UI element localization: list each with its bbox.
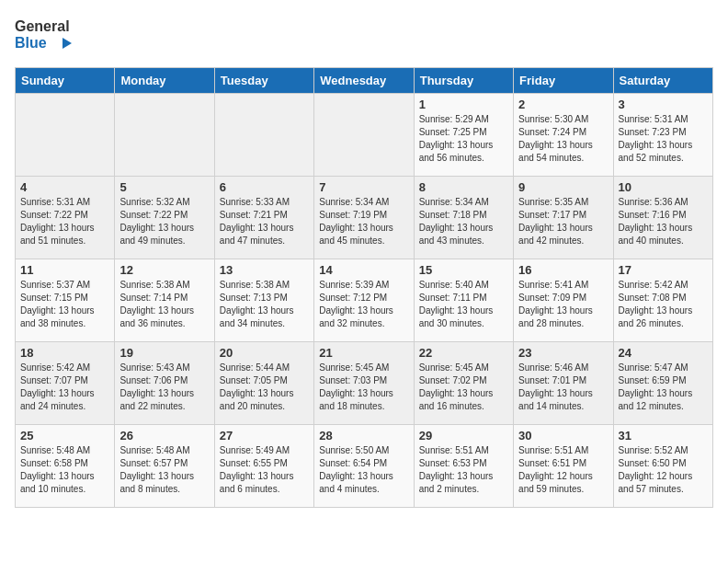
svg-marker-2 [63,38,72,49]
calendar-cell: 22Sunrise: 5:45 AM Sunset: 7:02 PM Dayli… [414,342,513,425]
weekday-header-saturday: Saturday [613,68,712,94]
day-info: Sunrise: 5:46 AM Sunset: 7:01 PM Dayligh… [518,362,608,413]
day-number: 19 [119,346,209,360]
calendar-week-4: 18Sunrise: 5:42 AM Sunset: 7:07 PM Dayli… [16,342,713,425]
day-info: Sunrise: 5:36 AM Sunset: 7:16 PM Dayligh… [619,196,708,247]
day-number: 1 [419,98,508,111]
day-info: Sunrise: 5:52 AM Sunset: 6:50 PM Dayligh… [619,444,708,496]
day-number: 14 [319,263,408,277]
calendar-week-1: 1Sunrise: 5:29 AM Sunset: 7:25 PM Daylig… [16,94,713,177]
day-number: 5 [119,180,209,194]
calendar-cell: 3Sunrise: 5:31 AM Sunset: 7:23 PM Daylig… [613,94,712,177]
day-info: Sunrise: 5:50 AM Sunset: 6:54 PM Dayligh… [319,444,408,496]
weekday-header-row: SundayMondayTuesdayWednesdayThursdayFrid… [16,68,713,94]
weekday-header-tuesday: Tuesday [214,68,313,94]
day-info: Sunrise: 5:34 AM Sunset: 7:18 PM Dayligh… [419,196,508,247]
day-number: 23 [518,346,608,360]
day-number: 8 [419,180,508,194]
calendar-cell [16,94,115,177]
calendar-cell: 4Sunrise: 5:31 AM Sunset: 7:22 PM Daylig… [16,177,115,259]
calendar-cell: 13Sunrise: 5:38 AM Sunset: 7:13 PM Dayli… [214,259,313,342]
day-info: Sunrise: 5:51 AM Sunset: 6:51 PM Dayligh… [518,444,608,496]
calendar-cell: 11Sunrise: 5:37 AM Sunset: 7:15 PM Dayli… [16,259,115,342]
calendar-cell [115,94,214,177]
day-number: 13 [220,263,309,277]
calendar-week-2: 4Sunrise: 5:31 AM Sunset: 7:22 PM Daylig… [16,177,713,259]
day-info: Sunrise: 5:48 AM Sunset: 6:57 PM Dayligh… [119,444,209,496]
day-info: Sunrise: 5:35 AM Sunset: 7:17 PM Dayligh… [518,196,608,247]
day-info: Sunrise: 5:33 AM Sunset: 7:21 PM Dayligh… [220,196,309,247]
day-info: Sunrise: 5:43 AM Sunset: 7:06 PM Dayligh… [119,362,209,413]
weekday-header-sunday: Sunday [16,68,115,94]
calendar-cell: 24Sunrise: 5:47 AM Sunset: 6:59 PM Dayli… [613,342,712,425]
day-number: 26 [119,429,209,442]
day-info: Sunrise: 5:32 AM Sunset: 7:22 PM Dayligh… [119,196,209,247]
day-info: Sunrise: 5:39 AM Sunset: 7:12 PM Dayligh… [319,279,408,330]
day-info: Sunrise: 5:47 AM Sunset: 6:59 PM Dayligh… [619,362,708,413]
calendar-cell [314,94,414,177]
calendar-cell: 1Sunrise: 5:29 AM Sunset: 7:25 PM Daylig… [414,94,513,177]
day-info: Sunrise: 5:34 AM Sunset: 7:19 PM Dayligh… [319,196,408,247]
day-info: Sunrise: 5:29 AM Sunset: 7:25 PM Dayligh… [419,113,508,165]
day-info: Sunrise: 5:30 AM Sunset: 7:24 PM Dayligh… [518,113,608,165]
calendar-cell: 14Sunrise: 5:39 AM Sunset: 7:12 PM Dayli… [314,259,414,342]
logo: GeneralBlue [15,15,79,56]
day-number: 31 [619,429,708,442]
day-number: 25 [20,429,109,442]
calendar-cell: 20Sunrise: 5:44 AM Sunset: 7:05 PM Dayli… [214,342,313,425]
svg-text:General: General [15,18,70,34]
svg-text:Blue: Blue [15,35,47,51]
day-info: Sunrise: 5:45 AM Sunset: 7:02 PM Dayligh… [419,362,508,413]
day-info: Sunrise: 5:48 AM Sunset: 6:58 PM Dayligh… [20,444,109,496]
calendar-cell: 9Sunrise: 5:35 AM Sunset: 7:17 PM Daylig… [514,177,613,259]
day-info: Sunrise: 5:38 AM Sunset: 7:13 PM Dayligh… [220,279,309,330]
day-info: Sunrise: 5:31 AM Sunset: 7:23 PM Dayligh… [619,113,708,165]
day-info: Sunrise: 5:31 AM Sunset: 7:22 PM Dayligh… [20,196,109,247]
day-number: 10 [619,180,708,194]
calendar-table: SundayMondayTuesdayWednesdayThursdayFrid… [15,67,713,508]
weekday-header-monday: Monday [115,68,214,94]
calendar-cell: 30Sunrise: 5:51 AM Sunset: 6:51 PM Dayli… [514,425,613,508]
day-info: Sunrise: 5:44 AM Sunset: 7:05 PM Dayligh… [220,362,309,413]
calendar-cell: 25Sunrise: 5:48 AM Sunset: 6:58 PM Dayli… [16,425,115,508]
calendar-week-3: 11Sunrise: 5:37 AM Sunset: 7:15 PM Dayli… [16,259,713,342]
calendar-cell: 10Sunrise: 5:36 AM Sunset: 7:16 PM Dayli… [613,177,712,259]
day-number: 20 [220,346,309,360]
calendar-cell: 7Sunrise: 5:34 AM Sunset: 7:19 PM Daylig… [314,177,414,259]
day-number: 28 [319,429,408,442]
calendar-cell: 5Sunrise: 5:32 AM Sunset: 7:22 PM Daylig… [115,177,214,259]
day-info: Sunrise: 5:41 AM Sunset: 7:09 PM Dayligh… [518,279,608,330]
calendar-cell: 26Sunrise: 5:48 AM Sunset: 6:57 PM Dayli… [115,425,214,508]
day-info: Sunrise: 5:38 AM Sunset: 7:14 PM Dayligh… [119,279,209,330]
calendar-cell: 16Sunrise: 5:41 AM Sunset: 7:09 PM Dayli… [514,259,613,342]
calendar-cell: 23Sunrise: 5:46 AM Sunset: 7:01 PM Dayli… [514,342,613,425]
calendar-cell: 17Sunrise: 5:42 AM Sunset: 7:08 PM Dayli… [613,259,712,342]
weekday-header-wednesday: Wednesday [314,68,414,94]
day-number: 29 [419,429,508,442]
calendar-cell: 8Sunrise: 5:34 AM Sunset: 7:18 PM Daylig… [414,177,513,259]
calendar-week-5: 25Sunrise: 5:48 AM Sunset: 6:58 PM Dayli… [16,425,713,508]
calendar-cell: 28Sunrise: 5:50 AM Sunset: 6:54 PM Dayli… [314,425,414,508]
day-info: Sunrise: 5:42 AM Sunset: 7:07 PM Dayligh… [20,362,109,413]
day-number: 30 [518,429,608,442]
day-number: 2 [518,98,608,111]
day-number: 3 [619,98,708,111]
page-header: GeneralBlue [15,15,713,56]
calendar-cell: 31Sunrise: 5:52 AM Sunset: 6:50 PM Dayli… [613,425,712,508]
calendar-cell: 2Sunrise: 5:30 AM Sunset: 7:24 PM Daylig… [514,94,613,177]
day-number: 7 [319,180,408,194]
day-info: Sunrise: 5:37 AM Sunset: 7:15 PM Dayligh… [20,279,109,330]
calendar-cell: 27Sunrise: 5:49 AM Sunset: 6:55 PM Dayli… [214,425,313,508]
logo-svg: GeneralBlue [15,15,79,56]
day-info: Sunrise: 5:40 AM Sunset: 7:11 PM Dayligh… [419,279,508,330]
weekday-header-friday: Friday [514,68,613,94]
weekday-header-thursday: Thursday [414,68,513,94]
day-info: Sunrise: 5:45 AM Sunset: 7:03 PM Dayligh… [319,362,408,413]
calendar-cell: 15Sunrise: 5:40 AM Sunset: 7:11 PM Dayli… [414,259,513,342]
day-info: Sunrise: 5:49 AM Sunset: 6:55 PM Dayligh… [220,444,309,496]
calendar-cell: 21Sunrise: 5:45 AM Sunset: 7:03 PM Dayli… [314,342,414,425]
day-number: 24 [619,346,708,360]
calendar-cell [214,94,313,177]
day-number: 11 [20,263,109,277]
calendar-cell: 19Sunrise: 5:43 AM Sunset: 7:06 PM Dayli… [115,342,214,425]
